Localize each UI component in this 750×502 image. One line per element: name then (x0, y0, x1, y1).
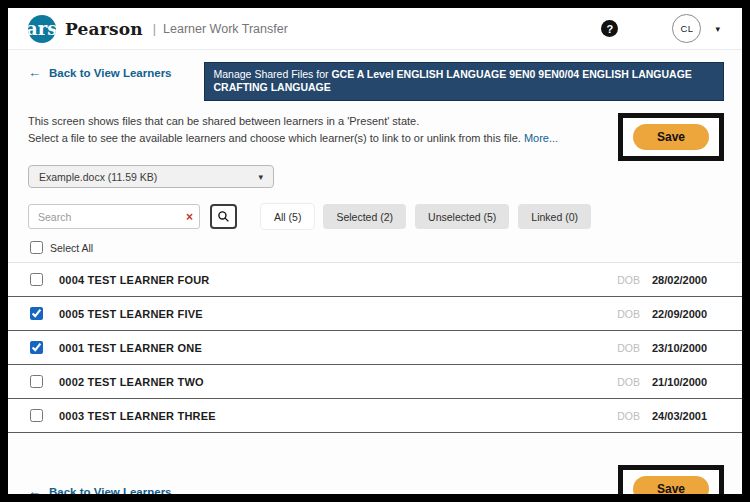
search-box: × (28, 204, 200, 229)
account-chevron-down-icon[interactable]: ▾ (715, 24, 720, 34)
page-title: Manage Shared Files for GCE A Level ENGL… (204, 62, 724, 101)
file-row: Example.docx (11.59 KB) ▾ (8, 161, 742, 188)
intro-row: This screen shows files that can be shar… (8, 101, 742, 161)
search-row: × All (5) Selected (2) Unselected (5) Li… (8, 188, 742, 229)
select-all-label: Select All (50, 242, 93, 254)
dob-value: 28/02/2000 (652, 274, 718, 286)
app-title: | Learner Work Transfer (153, 22, 288, 36)
more-link[interactable]: More... (524, 132, 558, 144)
save-button-bottom[interactable]: Save (633, 476, 709, 502)
back-link-label: Back to View Learners (49, 486, 172, 498)
back-arrow-icon: ← (28, 484, 41, 499)
search-input[interactable] (28, 204, 200, 229)
back-to-view-learners-link-bottom[interactable]: ← Back to View Learners (28, 484, 172, 499)
breadcrumb-row: ← Back to View Learners Manage Shared Fi… (8, 50, 742, 101)
brand-wordmark: Pearson (65, 19, 143, 39)
dob-value: 23/10/2000 (652, 342, 718, 354)
user-avatar[interactable]: CL (672, 14, 701, 43)
learner-name: 0001 TEST LEARNER ONE (59, 342, 202, 354)
table-row: 0002 TEST LEARNER TWO DOB21/10/2000 (8, 365, 742, 399)
intro-line-2: Select a file to see the available learn… (28, 130, 558, 147)
learner-list: 0004 TEST LEARNER FOUR DOB28/02/2000 000… (8, 262, 742, 433)
learner-checkbox[interactable] (30, 375, 43, 388)
back-link-label: Back to View Learners (49, 67, 172, 79)
footer-row: ← Back to View Learners Save (8, 433, 742, 502)
learner-checkbox[interactable] (30, 341, 43, 354)
dob-value: 22/09/2000 (652, 308, 718, 320)
select-all-row: Select All (8, 229, 742, 262)
table-row: 0003 TEST LEARNER THREE DOB24/03/2001 (8, 399, 742, 433)
save-highlight-box-bottom: Save (618, 465, 724, 502)
file-dropdown-value: Example.docx (11.59 KB) (39, 171, 157, 183)
top-header: Pearson Pearson | Learner Work Transfer … (8, 8, 742, 50)
intro-line-1: This screen shows files that can be shar… (28, 113, 558, 130)
page-title-prefix: Manage Shared Files for (214, 68, 332, 80)
table-row: 0001 TEST LEARNER ONE DOB23/10/2000 (8, 331, 742, 365)
learner-name: 0004 TEST LEARNER FOUR (59, 274, 209, 286)
learner-checkbox[interactable] (30, 409, 43, 422)
dob-value: 24/03/2001 (652, 410, 718, 422)
dob-label: DOB (617, 342, 640, 354)
learner-name: 0003 TEST LEARNER THREE (59, 410, 216, 422)
header-right: ? CL ▾ (601, 14, 720, 43)
back-to-view-learners-link[interactable]: ← Back to View Learners (28, 65, 172, 80)
app-window: Pearson Pearson | Learner Work Transfer … (0, 0, 750, 502)
dob-label: DOB (617, 410, 640, 422)
app-title-label: Learner Work Transfer (163, 22, 288, 36)
filter-linked[interactable]: Linked (0) (518, 204, 591, 229)
search-button[interactable] (210, 204, 237, 229)
filter-unselected[interactable]: Unselected (5) (415, 204, 509, 229)
magnifier-icon (217, 210, 230, 223)
pearson-logo-icon: Pearson (28, 15, 56, 43)
intro-text: This screen shows files that can be shar… (28, 113, 558, 161)
table-row: 0004 TEST LEARNER FOUR DOB28/02/2000 (8, 263, 742, 297)
title-divider: | (153, 22, 156, 36)
filter-selected[interactable]: Selected (2) (323, 204, 406, 229)
file-dropdown[interactable]: Example.docx (11.59 KB) ▾ (28, 165, 274, 188)
learner-checkbox[interactable] (30, 307, 43, 320)
dob-label: DOB (617, 274, 640, 286)
dob-label: DOB (617, 376, 640, 388)
dob-value: 21/10/2000 (652, 376, 718, 388)
save-button-top[interactable]: Save (633, 124, 709, 150)
filter-all[interactable]: All (5) (261, 204, 314, 229)
filter-pills: All (5) Selected (2) Unselected (5) Link… (261, 204, 591, 229)
learner-name: 0005 TEST LEARNER FIVE (59, 308, 203, 320)
help-icon[interactable]: ? (601, 20, 618, 37)
back-arrow-icon: ← (28, 65, 41, 80)
table-row: 0005 TEST LEARNER FIVE DOB22/09/2000 (8, 297, 742, 331)
dob-label: DOB (617, 308, 640, 320)
learner-checkbox[interactable] (30, 273, 43, 286)
learner-name: 0002 TEST LEARNER TWO (59, 376, 204, 388)
select-all-checkbox[interactable] (30, 241, 43, 254)
search-clear-icon[interactable]: × (186, 210, 193, 224)
file-dropdown-chevron-down-icon: ▾ (258, 172, 263, 182)
save-highlight-box-top: Save (618, 113, 724, 161)
